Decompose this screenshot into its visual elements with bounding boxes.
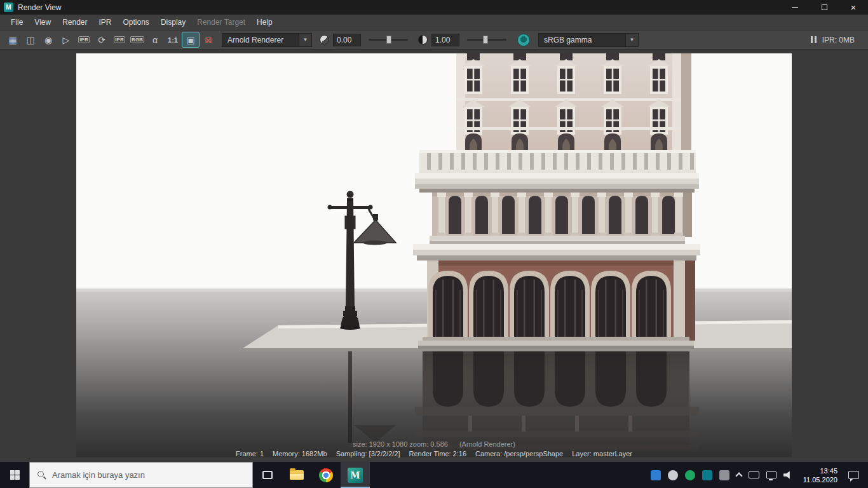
chevron-down-icon: ▼ (299, 34, 311, 46)
view-transform-dropdown[interactable]: sRGB gamma ▼ (538, 33, 639, 47)
menu-display[interactable]: Display (155, 15, 191, 30)
taskbar-clock[interactable]: 13:45 11.05.2020 (799, 466, 841, 484)
maya-app-icon: M (4, 3, 13, 12)
toolbar-right-group: IPR: 0MB (811, 36, 864, 44)
render-canvas (76, 53, 792, 457)
windows-taskbar: M 13:45 11.05.2020 (0, 462, 868, 488)
ipr-render-icon[interactable]: IPR (76, 32, 92, 47)
window-title: Render View (18, 3, 61, 12)
render-view-toolbar: ▦ ◫ ◉ ▷ IPR ⟳ IPR RGB α 1:1 ▣ ⊠ Arnold R… (0, 30, 868, 50)
window-controls: × (780, 0, 868, 15)
task-view-button[interactable] (253, 462, 282, 488)
tray-app-icon-4[interactable] (702, 470, 712, 480)
memory-label: Memory: 1682Mb (273, 450, 327, 458)
search-icon (37, 470, 46, 480)
tray-app-icon-3[interactable] (685, 470, 695, 480)
render-region-icon[interactable]: ◫ (22, 32, 39, 47)
menu-options[interactable]: Options (118, 15, 155, 30)
search-input[interactable] (52, 470, 245, 480)
actual-size-button[interactable]: 1:1 (165, 32, 181, 47)
gamma-slider[interactable] (467, 39, 506, 41)
clock-date: 11.05.2020 (803, 475, 837, 484)
render-time-label: Render Time: 2:16 (409, 450, 467, 458)
volume-icon[interactable] (783, 471, 792, 479)
folder-icon (290, 470, 304, 480)
rgb-channel-icon[interactable]: RGB (129, 32, 146, 47)
gamma-input[interactable] (431, 34, 459, 46)
render-status-line-1: size: 1920 x 1080 zoom: 0.586 (Arnold Re… (0, 440, 868, 448)
exposure-slider[interactable] (369, 39, 408, 41)
gamma-slider-handle[interactable] (483, 36, 488, 44)
minimize-icon (792, 7, 798, 8)
close-icon: × (851, 3, 857, 12)
renderer-note-label: (Arnold Renderer) (459, 440, 515, 448)
renderer-dropdown-value: Arnold Renderer (222, 34, 299, 46)
menu-file[interactable]: File (5, 15, 29, 30)
tray-app-icon-5[interactable] (719, 470, 729, 480)
clock-time: 13:45 (820, 466, 837, 475)
ipr-memory-label: IPR: 0MB (822, 36, 855, 44)
touch-keyboard-icon[interactable] (749, 471, 759, 478)
menu-view[interactable]: View (29, 15, 57, 30)
title-bar: M Render View × (0, 0, 868, 15)
exposure-input[interactable] (333, 34, 361, 46)
view-transform-value: sRGB gamma (539, 34, 625, 46)
menu-ipr[interactable]: IPR (93, 15, 118, 30)
hidden-icons-caret-icon[interactable] (735, 472, 742, 479)
gamma-contrast-icon[interactable] (418, 35, 428, 44)
frame-label: Frame: 1 (236, 450, 264, 458)
remove-image-button[interactable]: ⊠ (200, 32, 217, 47)
menu-help[interactable]: Help (251, 15, 278, 30)
close-button[interactable]: × (839, 0, 868, 15)
windows-logo-icon (10, 470, 20, 480)
ipr-pause-icon[interactable] (811, 36, 817, 43)
chrome-icon (319, 468, 333, 482)
menu-bar: File View Render IPR Options Display Ren… (0, 15, 868, 30)
maya-render-view-window: M Render View × File View Render IPR Opt… (0, 0, 868, 488)
ipr-region-icon[interactable]: IPR (111, 32, 128, 47)
task-view-icon (262, 471, 273, 479)
minimize-button[interactable] (780, 0, 810, 15)
taskbar-search[interactable] (29, 462, 253, 488)
chevron-down-icon: ▼ (625, 34, 638, 46)
ipr-region-label: IPR (114, 36, 125, 43)
maximize-icon (822, 4, 827, 10)
exposure-icon[interactable] (320, 35, 329, 44)
snapshot-icon[interactable]: ◉ (40, 32, 57, 47)
render-viewport[interactable]: size: 1920 x 1080 zoom: 0.586 (Arnold Re… (0, 50, 868, 462)
start-button[interactable] (0, 462, 29, 488)
exposure-slider-handle[interactable] (386, 36, 391, 44)
action-center-icon[interactable] (848, 471, 859, 479)
ipr-refresh-icon[interactable]: ⟳ (93, 32, 110, 47)
maya-icon: M (348, 468, 363, 483)
render-sequence-icon[interactable]: ▷ (58, 32, 74, 47)
layer-label: Layer: masterLayer (572, 450, 632, 458)
redo-render-icon[interactable]: ▦ (4, 32, 21, 47)
tray-app-icon-1[interactable] (651, 470, 661, 480)
tray-app-icon-2[interactable] (668, 470, 678, 480)
alpha-channel-icon[interactable]: α (147, 32, 163, 47)
render-status-line-2: Frame: 1 Memory: 1682Mb Sampling: [3/2/2… (0, 450, 868, 458)
sampling-label: Sampling: [3/2/2/2/2] (336, 450, 400, 458)
renderer-dropdown[interactable]: Arnold Renderer ▼ (222, 33, 312, 47)
keep-image-button[interactable]: ▣ (182, 32, 199, 47)
size-zoom-label: size: 1920 x 1080 zoom: 0.586 (353, 440, 448, 448)
ipr-label: IPR (78, 36, 89, 43)
rendered-image[interactable] (76, 53, 792, 457)
menu-render[interactable]: Render (57, 15, 93, 30)
network-icon[interactable] (766, 471, 776, 478)
maximize-button[interactable] (810, 0, 839, 15)
rgb-label: RGB (130, 36, 144, 43)
maya-taskbar-button[interactable]: M (341, 462, 370, 488)
file-explorer-button[interactable] (282, 462, 311, 488)
camera-label: Camera: /persp/perspShape (475, 450, 563, 458)
menu-render-target: Render Target (191, 15, 251, 30)
chrome-button[interactable] (311, 462, 341, 488)
color-management-toggle[interactable] (517, 34, 530, 46)
system-tray: 13:45 11.05.2020 (646, 462, 868, 488)
